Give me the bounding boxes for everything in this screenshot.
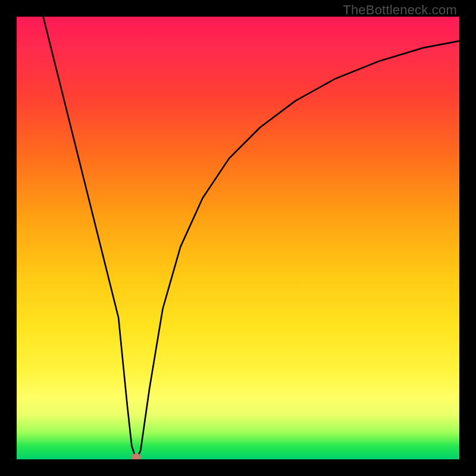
bottleneck-curve [17, 17, 459, 459]
chart-container: TheBottleneck.com [0, 0, 476, 476]
curve-path [43, 17, 459, 459]
watermark-text: TheBottleneck.com [343, 2, 457, 18]
plot-area [17, 17, 459, 459]
